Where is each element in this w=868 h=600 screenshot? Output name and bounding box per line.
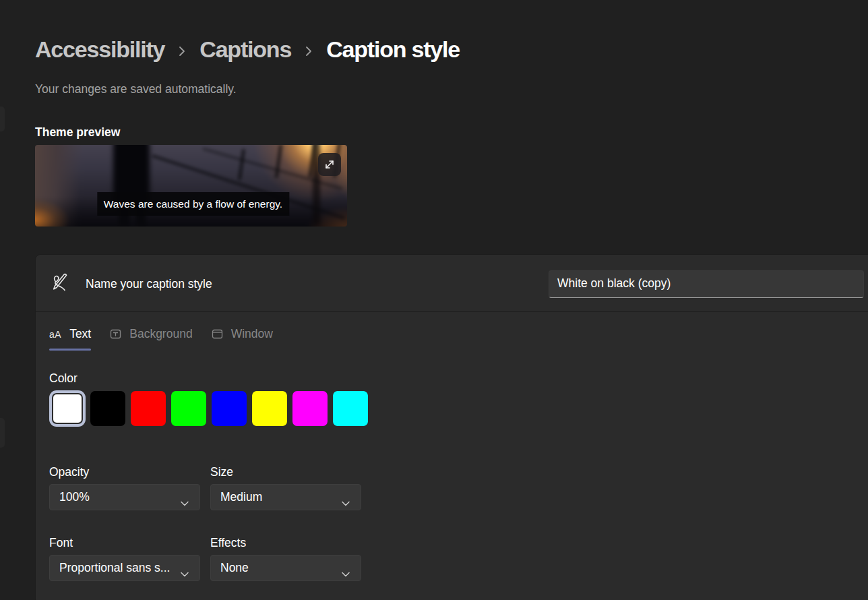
tab-text[interactable]: aA Text <box>49 327 91 351</box>
style-tabs: aA Text Background Window <box>49 327 273 351</box>
effects-dropdown[interactable]: None <box>210 555 361 581</box>
color-swatch-white[interactable] <box>49 390 86 427</box>
tab-background[interactable]: Background <box>110 327 192 351</box>
field-label: Font <box>49 536 200 549</box>
color-swatch-green[interactable] <box>170 390 207 427</box>
color-swatch-yellow[interactable] <box>251 390 288 427</box>
window-icon <box>212 328 223 340</box>
opacity-dropdown[interactable]: 100% <box>49 484 200 510</box>
color-swatch-black[interactable] <box>90 390 126 427</box>
caption-style-card: Name your caption style aA Text Backgrou… <box>35 254 868 600</box>
name-caption-style-label: Name your caption style <box>86 277 212 291</box>
chevron-down-icon <box>181 566 189 580</box>
dropdown-value: None <box>220 561 249 575</box>
chevron-right-icon <box>179 43 185 57</box>
sidebar-item-edge-bottom[interactable] <box>0 418 5 448</box>
field-label: Effects <box>210 536 361 549</box>
theme-preview-image: Waves are caused by a flow of energy. <box>35 145 347 227</box>
caption-preview-text: Waves are caused by a flow of energy. <box>97 192 289 216</box>
breadcrumb: Accessibility Captions Caption style <box>35 36 460 63</box>
sidebar-item-edge-top[interactable] <box>0 107 5 131</box>
font-dropdown[interactable]: Proportional sans s... <box>49 555 200 581</box>
breadcrumb-caption-style: Caption style <box>326 36 460 63</box>
tab-window[interactable]: Window <box>212 327 273 351</box>
dropdown-fields: Opacity 100% Size Medium Font Proportion… <box>49 465 361 581</box>
diagonal-expand-icon <box>323 158 336 171</box>
text-size-icon: aA <box>49 329 61 340</box>
breadcrumb-captions[interactable]: Captions <box>199 36 291 63</box>
color-swatch-red[interactable] <box>130 390 166 427</box>
color-swatch-blue[interactable] <box>211 390 247 427</box>
dropdown-value: Proportional sans s... <box>59 561 170 575</box>
color-section-label: Color <box>49 371 78 386</box>
photo-railing-post <box>275 145 283 178</box>
caption-style-name-input[interactable] <box>549 270 864 298</box>
selected-tab-underline <box>49 349 91 351</box>
dropdown-value: 100% <box>59 490 90 504</box>
field-label: Size <box>210 465 361 479</box>
theme-preview-heading: Theme preview <box>35 125 120 140</box>
background-box-icon <box>110 328 121 340</box>
dropdown-value: Medium <box>220 490 262 504</box>
color-swatch-cyan[interactable] <box>332 390 369 427</box>
rename-signature-icon <box>50 272 70 295</box>
photo-railing-post <box>238 149 245 180</box>
chevron-down-icon <box>181 496 189 510</box>
breadcrumb-accessibility[interactable]: Accessibility <box>35 36 164 63</box>
autosave-note: Your changes are saved automatically. <box>35 82 237 96</box>
expand-preview-button[interactable] <box>318 153 341 176</box>
color-swatch-magenta[interactable] <box>292 390 328 427</box>
field-label: Opacity <box>49 465 200 479</box>
color-swatches <box>49 390 369 427</box>
chevron-down-icon <box>342 566 350 580</box>
chevron-down-icon <box>342 496 350 510</box>
size-dropdown[interactable]: Medium <box>210 484 361 510</box>
card-divider <box>36 311 868 312</box>
chevron-right-icon <box>305 43 312 57</box>
